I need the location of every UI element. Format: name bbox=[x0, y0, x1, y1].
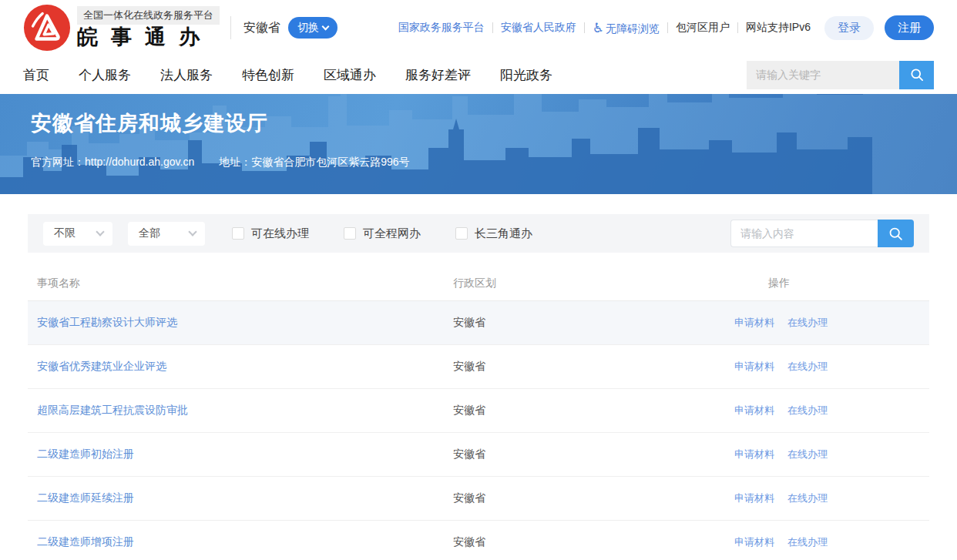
online-processing-link[interactable]: 在线办理 bbox=[787, 535, 828, 549]
search-icon bbox=[888, 226, 904, 242]
column-header-region: 行政区划 bbox=[453, 277, 734, 290]
chevron-down-icon bbox=[322, 22, 330, 30]
checkbox-icon bbox=[232, 227, 244, 240]
header-divider bbox=[230, 16, 231, 39]
checkbox-icon bbox=[344, 227, 356, 240]
online-processing-link[interactable]: 在线办理 bbox=[787, 491, 828, 505]
online-processing-link[interactable]: 在线办理 bbox=[787, 316, 828, 330]
link-national-platform[interactable]: 国家政务服务平台 bbox=[398, 21, 485, 35]
site-title: 皖事通办 bbox=[77, 25, 220, 49]
current-region-label: 安徽省 bbox=[243, 20, 280, 36]
apply-materials-link[interactable]: 申请材料 bbox=[734, 491, 774, 505]
nav-item-featured-innovation[interactable]: 特色创新 bbox=[242, 66, 294, 84]
online-processing-link[interactable]: 在线办理 bbox=[787, 404, 828, 417]
brand-block: 全国一体化在线政务服务平台 皖事通办 bbox=[77, 6, 220, 49]
online-processing-link[interactable]: 在线办理 bbox=[787, 448, 828, 461]
checkbox-label: 长三角通办 bbox=[475, 226, 532, 241]
column-header-name: 事项名称 bbox=[28, 277, 453, 290]
department-info: 官方网址：http://dohurd.ah.gov.cn 地址：安徽省合肥市包河… bbox=[31, 156, 410, 169]
service-link[interactable]: 二级建造师延续注册 bbox=[37, 491, 134, 504]
checkbox-full-online[interactable]: 可全程网办 bbox=[344, 226, 421, 241]
nav-item-service-rating[interactable]: 服务好差评 bbox=[405, 66, 471, 84]
service-link[interactable]: 安徽省工程勘察设计大师评选 bbox=[37, 316, 177, 328]
link-ipv6-support[interactable]: 网站支持IPv6 bbox=[746, 21, 811, 35]
accessibility-label: 无障碍浏览 bbox=[606, 22, 660, 35]
department-address: 地址：安徽省合肥市包河区紫云路996号 bbox=[219, 156, 409, 169]
checkbox-label: 可在线办理 bbox=[251, 226, 309, 241]
filter-dropdown-1[interactable]: 不限 bbox=[43, 222, 112, 246]
filter-dropdown-1-value: 不限 bbox=[54, 226, 76, 240]
service-region: 安徽省 bbox=[453, 448, 734, 461]
register-button[interactable]: 注册 bbox=[885, 15, 934, 40]
link-separator bbox=[584, 22, 585, 33]
service-region: 安徽省 bbox=[453, 316, 734, 330]
site-search-input[interactable] bbox=[747, 61, 899, 89]
apply-materials-link[interactable]: 申请材料 bbox=[734, 535, 774, 549]
nav-item-open-government[interactable]: 阳光政务 bbox=[500, 66, 552, 84]
nav-items: 首页 个人服务 法人服务 特色创新 区域通办 服务好差评 阳光政务 bbox=[23, 66, 552, 84]
table-row: 安徽省工程勘察设计大师评选 安徽省 申请材料 在线办理 bbox=[28, 301, 929, 345]
nav-item-legal-services[interactable]: 法人服务 bbox=[160, 66, 213, 84]
filter-dropdown-2[interactable]: 全部 bbox=[128, 222, 205, 246]
link-baohe-users[interactable]: 包河区用户 bbox=[676, 21, 730, 35]
apply-materials-link[interactable]: 申请材料 bbox=[734, 316, 774, 330]
site-search-button[interactable] bbox=[899, 61, 934, 89]
service-link[interactable]: 二级建造师初始注册 bbox=[37, 448, 134, 460]
service-region: 安徽省 bbox=[453, 360, 734, 374]
top-bar: 全国一体化在线政务服务平台 皖事通办 安徽省 切换 国家政务服务平台 安徽省人民… bbox=[0, 0, 957, 55]
table-row: 二级建造师增项注册 安徽省 申请材料 在线办理 bbox=[28, 521, 929, 560]
checkbox-yangtze-delta[interactable]: 长三角通办 bbox=[455, 226, 532, 241]
table-row: 二级建造师初始注册 安徽省 申请材料 在线办理 bbox=[28, 433, 929, 477]
list-search-button[interactable] bbox=[878, 220, 914, 247]
login-button[interactable]: 登录 bbox=[824, 16, 874, 40]
table-header: 事项名称 行政区划 操作 bbox=[28, 267, 929, 301]
service-region: 安徽省 bbox=[453, 535, 734, 549]
checkbox-online-processing[interactable]: 可在线办理 bbox=[232, 226, 309, 241]
wheelchair-icon: ♿ bbox=[593, 21, 604, 35]
service-region: 安徽省 bbox=[453, 491, 734, 505]
official-website: 官方网址：http://dohurd.ah.gov.cn bbox=[31, 156, 194, 169]
table-row: 二级建造师延续注册 安徽省 申请材料 在线办理 bbox=[28, 477, 929, 521]
top-links: 国家政务服务平台 安徽省人民政府 ♿无障碍浏览 包河区用户 网站支持IPv6 bbox=[398, 20, 811, 36]
nav-item-personal-services[interactable]: 个人服务 bbox=[79, 66, 131, 84]
apply-materials-link[interactable]: 申请材料 bbox=[734, 448, 774, 461]
main-nav: 首页 个人服务 法人服务 特色创新 区域通办 服务好差评 阳光政务 bbox=[0, 55, 957, 94]
site-search bbox=[747, 61, 934, 89]
nav-item-home[interactable]: 首页 bbox=[23, 66, 49, 84]
switch-region-button[interactable]: 切换 bbox=[288, 17, 337, 39]
chevron-down-icon bbox=[188, 227, 196, 236]
chevron-down-icon bbox=[96, 227, 104, 236]
apply-materials-link[interactable]: 申请材料 bbox=[734, 404, 774, 417]
list-search bbox=[730, 220, 914, 247]
column-header-actions: 操作 bbox=[734, 277, 929, 290]
service-link[interactable]: 安徽省优秀建筑业企业评选 bbox=[37, 360, 166, 372]
link-separator bbox=[737, 22, 738, 33]
department-title: 安徽省住房和城乡建设厅 bbox=[31, 109, 268, 137]
online-processing-link[interactable]: 在线办理 bbox=[787, 360, 828, 374]
checkbox-icon bbox=[455, 227, 468, 240]
link-anhui-government[interactable]: 安徽省人民政府 bbox=[501, 21, 576, 35]
search-icon bbox=[909, 67, 925, 82]
service-link[interactable]: 超限高层建筑工程抗震设防审批 bbox=[37, 404, 188, 416]
platform-badge: 全国一体化在线政务服务平台 bbox=[77, 6, 220, 25]
table-row: 安徽省优秀建筑业企业评选 安徽省 申请材料 在线办理 bbox=[28, 345, 929, 389]
table-row: 超限高层建筑工程抗震设防审批 安徽省 申请材料 在线办理 bbox=[28, 389, 929, 433]
services-table: 事项名称 行政区划 操作 安徽省工程勘察设计大师评选 安徽省 申请材料 在线办理… bbox=[28, 267, 929, 560]
link-separator bbox=[492, 22, 493, 33]
switch-region-label: 切换 bbox=[297, 21, 319, 35]
filter-dropdown-2-value: 全部 bbox=[139, 226, 160, 240]
checkbox-label: 可全程网办 bbox=[363, 226, 421, 241]
list-search-input[interactable] bbox=[730, 220, 878, 247]
service-link[interactable]: 二级建造师增项注册 bbox=[37, 535, 134, 548]
main-content: 不限 全部 可在线办理 可全程网办 长三角通办 bbox=[0, 194, 957, 560]
link-separator bbox=[667, 22, 668, 33]
filter-checkboxes: 可在线办理 可全程网办 长三角通办 bbox=[232, 226, 532, 241]
apply-materials-link[interactable]: 申请材料 bbox=[734, 360, 774, 374]
service-region: 安徽省 bbox=[453, 404, 734, 417]
site-logo-icon bbox=[23, 4, 71, 52]
department-banner: 安徽省住房和城乡建设厅 官方网址：http://dohurd.ah.gov.cn… bbox=[0, 94, 957, 194]
nav-item-regional[interactable]: 区域通办 bbox=[324, 66, 376, 84]
link-accessibility[interactable]: ♿无障碍浏览 bbox=[593, 20, 660, 36]
filter-bar: 不限 全部 可在线办理 可全程网办 长三角通办 bbox=[28, 214, 929, 253]
